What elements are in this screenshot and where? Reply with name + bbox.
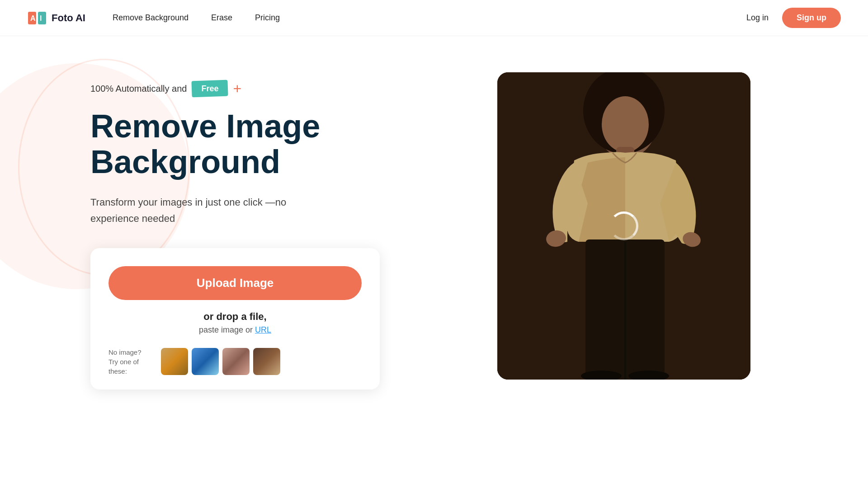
- signup-button[interactable]: Sign up: [782, 8, 841, 28]
- nav-remove-background[interactable]: Remove Background: [113, 13, 189, 23]
- hero-left: 100% Automatically and Free + Remove Ima…: [90, 63, 407, 389]
- url-link[interactable]: URL: [255, 325, 271, 334]
- svg-text:A: A: [30, 14, 36, 22]
- sample-label: No image? Try one of these:: [108, 347, 154, 376]
- svg-rect-1: [38, 12, 46, 24]
- hero-title: Remove Image Background: [90, 108, 407, 180]
- spinner-ring: [609, 211, 638, 240]
- no-image-text: No image?: [108, 348, 142, 356]
- loading-spinner: [609, 211, 638, 240]
- nav-links: Remove Background Erase Pricing: [113, 13, 746, 23]
- hero-subtitle: Transform your images in just one click …: [90, 194, 307, 226]
- hero-title-line2: Background: [90, 144, 280, 180]
- sample-images: [161, 348, 280, 375]
- logo-icon: A I: [27, 8, 47, 28]
- nav-erase[interactable]: Erase: [211, 13, 232, 23]
- auto-text: 100% Automatically and: [90, 84, 187, 94]
- hero-section: 100% Automatically and Free + Remove Ima…: [0, 36, 868, 470]
- logo-area[interactable]: A I Foto AI: [27, 8, 85, 28]
- nav-right: Log in Sign up: [746, 8, 841, 28]
- model-image-container: [497, 72, 750, 380]
- free-badge: Free: [194, 82, 226, 95]
- drop-text: or drop a file,: [108, 311, 362, 323]
- sample-thumb-coffee[interactable]: [253, 348, 280, 375]
- sample-row: No image? Try one of these:: [108, 347, 362, 376]
- svg-point-7: [602, 96, 649, 152]
- badge-row: 100% Automatically and Free +: [90, 81, 407, 96]
- plus-icon: +: [233, 81, 242, 96]
- navbar: A I Foto AI Remove Background Erase Pric…: [0, 0, 868, 36]
- try-text: Try one of these:: [108, 358, 139, 375]
- sample-thumb-couple[interactable]: [222, 348, 250, 375]
- nav-pricing[interactable]: Pricing: [255, 13, 280, 23]
- sample-thumb-dog[interactable]: [161, 348, 188, 375]
- hero-right: [407, 63, 841, 380]
- svg-text:I: I: [40, 14, 42, 22]
- upload-image-button[interactable]: Upload Image: [108, 266, 362, 300]
- hero-title-line1: Remove Image: [90, 108, 320, 144]
- upload-card: Upload Image or drop a file, paste image…: [90, 248, 380, 389]
- paste-label: paste image or: [199, 325, 253, 334]
- logo-text: Foto AI: [52, 12, 85, 24]
- sample-thumb-car[interactable]: [192, 348, 219, 375]
- login-button[interactable]: Log in: [746, 13, 769, 23]
- paste-text: paste image or URL: [108, 325, 362, 335]
- free-badge-text: Free: [194, 82, 226, 95]
